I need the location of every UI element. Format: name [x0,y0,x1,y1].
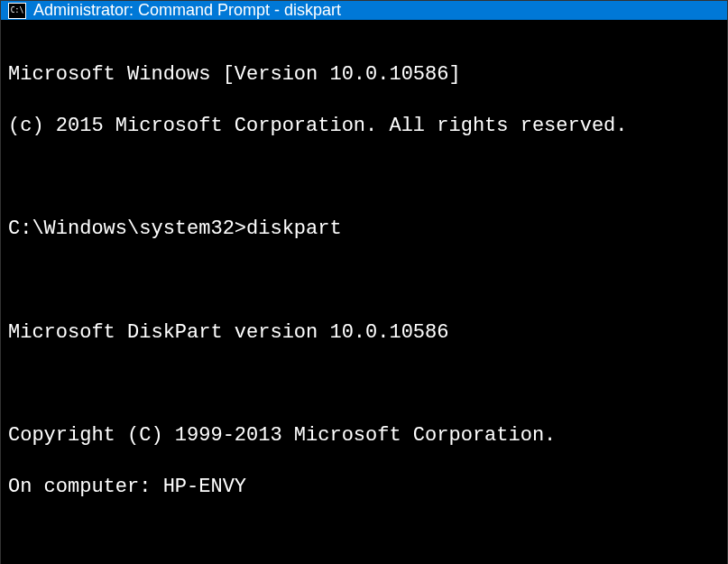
cmd-icon: C:\ [8,3,26,19]
os-copyright-line: (c) 2015 Microsoft Corporation. All righ… [8,114,720,140]
blank-line [8,268,720,294]
blank-line [8,526,720,552]
prompt-line-1: C:\Windows\system32>diskpart [8,217,720,243]
diskpart-version-line: Microsoft DiskPart version 10.0.10586 [8,320,720,347]
blank-line [8,165,720,191]
blank-line [8,372,720,398]
titlebar[interactable]: C:\ Administrator: Command Prompt - disk… [1,1,727,20]
os-version-line: Microsoft Windows [Version 10.0.10586] [8,62,720,88]
cmd-icon-glyph: C:\ [11,7,23,14]
command-prompt-window: C:\ Administrator: Command Prompt - disk… [0,0,728,564]
window-title: Administrator: Command Prompt - diskpart [33,1,341,20]
prompt-path: C:\Windows\system32> [8,217,246,240]
diskpart-copyright-line: Copyright (C) 1999-2013 Microsoft Corpor… [8,423,720,449]
diskpart-computer-line: On computer: HP-ENVY [8,475,720,501]
terminal-output[interactable]: Microsoft Windows [Version 10.0.10586] (… [1,20,727,564]
prompt-command: diskpart [246,217,342,240]
